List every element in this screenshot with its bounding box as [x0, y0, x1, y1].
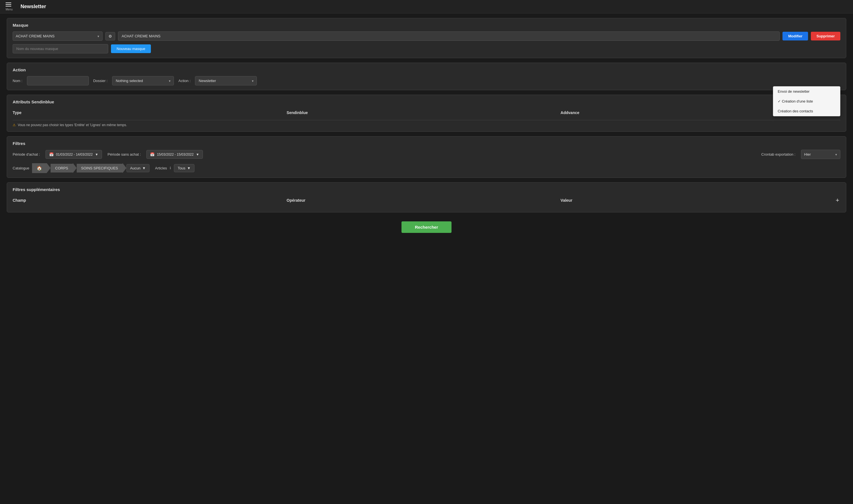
dossier-dropdown-wrapper[interactable]: Nothing selected [112, 76, 174, 85]
calendar-icon-2: 📅 [150, 152, 155, 157]
aucun-dropdown-btn[interactable]: Aucun ▼ [126, 164, 149, 172]
dropdown-item-envoi[interactable]: Envoi de newsletter [773, 87, 840, 96]
periode-sans-achat-value: 15/03/2022 - 15/03/2022 [157, 152, 194, 157]
action-title: Action [13, 68, 840, 72]
page-title: Newsletter [20, 4, 46, 10]
aucun-arrow: ▼ [142, 166, 146, 170]
suppl-valeur-header: Valeur [561, 196, 834, 205]
breadcrumb-arrow-1 [47, 163, 51, 173]
breadcrumb-corps[interactable]: CORPS [51, 164, 72, 173]
dossier-label: Dossier : [93, 79, 108, 83]
calendar-icon-1: 📅 [49, 152, 54, 157]
action-section: Action Nom : Dossier : Nothing selected … [7, 62, 846, 90]
masque-section: Masque ACHAT CREME MAINS ⚙ Modifier Supp… [7, 18, 846, 58]
rechercher-button[interactable]: Rechercher [401, 221, 452, 233]
filtres-suppl-title: Filtres supplémentaires [13, 187, 840, 192]
articles-label: Articles [155, 166, 167, 170]
suppl-champ-header: Champ [13, 196, 287, 205]
masque-select-wrapper[interactable]: ACHAT CREME MAINS [13, 32, 103, 41]
supprimer-button[interactable]: Supprimer [811, 32, 840, 40]
breadcrumb-corps-label: CORPS [55, 166, 68, 170]
tous-dropdown-btn[interactable]: Tous ▼ [174, 164, 194, 172]
filtres-section: Filtres Période d'achat : 📅 01/03/2022 -… [7, 136, 846, 178]
tous-arrow: ▼ [187, 166, 191, 170]
aucun-label: Aucun [130, 166, 141, 170]
dropdown-item-liste[interactable]: Création d'une liste [773, 96, 840, 106]
home-icon: 🏠 [37, 165, 42, 171]
catalogue-row: Catalogue 🏠 CORPS SOINS SPECIFIQUES Aucu… [13, 163, 840, 173]
rechercher-wrap: Rechercher [7, 217, 846, 235]
crontab-label: Crontab exportation : [761, 152, 795, 157]
action-type-label: Action : [178, 79, 190, 83]
info-icon: ℹ [170, 166, 171, 170]
suppl-operateur-header: Opérateur [287, 196, 561, 205]
periode-sans-achat-arrow: ▼ [196, 152, 199, 157]
periode-achat-value: 01/03/2022 - 14/03/2022 [56, 152, 93, 157]
nom-input[interactable] [27, 76, 89, 85]
action-dropdown-menu: Envoi de newsletter Création d'une liste… [773, 86, 840, 116]
attributs-section: Attributs Sendinblue Type Sendinblue Add… [7, 95, 846, 132]
periode-achat-btn[interactable]: 📅 01/03/2022 - 14/03/2022 ▼ [46, 150, 102, 159]
warning-message: Vous ne pouvez pas choisir les types 'En… [18, 123, 127, 127]
crontab-select[interactable]: Hier [801, 150, 840, 159]
masque-text-input[interactable] [118, 32, 780, 41]
periode-achat-arrow: ▼ [95, 152, 98, 157]
attributs-title: Attributs Sendinblue [13, 100, 840, 104]
menu-label: Menu [6, 8, 13, 11]
modifier-button[interactable]: Modifier [782, 32, 808, 40]
nouveau-masque-button[interactable]: Nouveau masque [111, 44, 151, 53]
new-masque-input[interactable] [13, 44, 108, 53]
periode-achat-label: Période d'achat : [13, 152, 40, 157]
breadcrumb-arrow-3 [123, 163, 126, 173]
breadcrumb-soins[interactable]: SOINS SPECIFIQUES [77, 164, 123, 173]
filtres-row1: Période d'achat : 📅 01/03/2022 - 14/03/2… [13, 150, 840, 159]
filtres-title: Filtres [13, 141, 840, 146]
attr-sendinblue-header: Sendinblue [287, 108, 561, 117]
nom-label: Nom : [13, 79, 22, 83]
menu-button[interactable]: Menu [4, 1, 14, 12]
dropdown-item-contacts[interactable]: Création des contacts [773, 106, 840, 116]
masque-title: Masque [13, 23, 840, 28]
breadcrumb-home[interactable]: 🏠 [32, 163, 47, 173]
topbar: Menu Newsletter [0, 0, 853, 14]
suppl-columns: Champ Opérateur Valeur + [13, 196, 840, 208]
breadcrumb-arrow-2 [73, 163, 77, 173]
masque-select[interactable]: ACHAT CREME MAINS [13, 32, 103, 41]
warning-icon: ⚠ [13, 123, 16, 127]
action-dropdown-wrapper[interactable]: Newsletter [195, 76, 257, 85]
attr-warning: ⚠ Vous ne pouvez pas choisir les types '… [13, 123, 840, 127]
periode-sans-achat-btn[interactable]: 📅 15/03/2022 - 15/03/2022 ▼ [146, 150, 203, 159]
articles-section: Articles ℹ Tous ▼ [155, 164, 195, 172]
attr-type-header: Type [13, 108, 287, 117]
dossier-select[interactable]: Nothing selected [112, 76, 174, 85]
tous-label: Tous [178, 166, 185, 170]
catalogue-label: Catalogue [13, 166, 29, 170]
attr-columns: Type Sendinblue Addvance + [13, 108, 840, 120]
main-content: Masque ACHAT CREME MAINS ⚙ Modifier Supp… [0, 14, 853, 240]
breadcrumb-soins-label: SOINS SPECIFIQUES [81, 166, 118, 170]
periode-sans-achat-label: Période sans achat : [108, 152, 141, 157]
masque-icon-button[interactable]: ⚙ [105, 32, 115, 40]
crontab-select-wrapper[interactable]: Hier [801, 150, 840, 159]
action-select[interactable]: Newsletter [195, 76, 257, 85]
filtres-suppl-section: Filtres supplémentaires Champ Opérateur … [7, 182, 846, 212]
suppl-add-button[interactable]: + [834, 196, 840, 205]
